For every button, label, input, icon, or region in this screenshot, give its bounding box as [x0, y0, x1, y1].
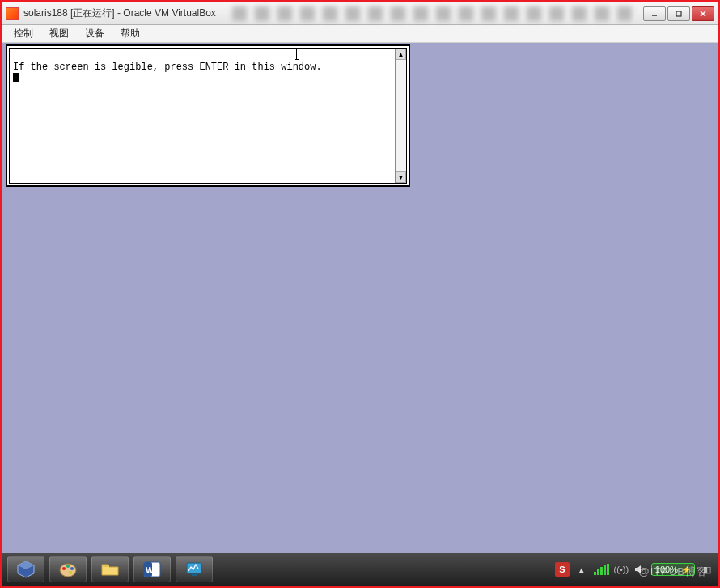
text-ibeam-cursor-icon	[296, 49, 297, 60]
taskbar-virtualbox[interactable]	[7, 556, 44, 582]
system-tray: S ▴ ((•)) 100% ⚡ ◧	[555, 562, 713, 577]
scroll-track[interactable]	[396, 60, 406, 171]
taskbar-explorer[interactable]	[91, 556, 129, 582]
menu-control[interactable]: 控制	[7, 25, 40, 42]
battery-indicator[interactable]: 100% ⚡	[651, 563, 695, 576]
tray-overflow-icon[interactable]: ◧	[701, 564, 713, 575]
menubar: 控制 视图 设备 帮助	[2, 25, 718, 43]
menu-view[interactable]: 视图	[43, 25, 75, 42]
virtualbox-app-icon	[6, 7, 19, 20]
svg-rect-11	[102, 565, 109, 567]
monitor-icon	[184, 560, 204, 579]
terminal-content[interactable]: If the screen is legible, press ENTER in…	[10, 49, 395, 183]
svg-rect-16	[192, 574, 197, 576]
folder-icon	[100, 560, 120, 579]
paint-palette-icon	[58, 560, 78, 579]
svg-point-9	[70, 567, 74, 570]
terminal-window[interactable]: If the screen is legible, press ENTER in…	[6, 44, 410, 187]
close-button[interactable]	[692, 6, 714, 21]
scroll-down-button[interactable]: ▼	[396, 171, 406, 183]
guest-desktop[interactable]: If the screen is legible, press ENTER in…	[2, 43, 718, 553]
virtualbox-icon	[16, 560, 36, 579]
tray-chevron-up-icon[interactable]: ▴	[576, 564, 587, 575]
plug-icon: ⚡	[681, 565, 691, 574]
wifi-icon[interactable]: ((•))	[616, 564, 627, 575]
menu-help[interactable]: 帮助	[114, 25, 146, 42]
svg-point-7	[62, 567, 66, 570]
battery-percent: 100%	[655, 565, 678, 574]
host-taskbar: W S ▴ ((•)) 100% ⚡ ◧ @ITPUB博客	[2, 553, 718, 586]
signal-bars-icon[interactable]	[594, 564, 609, 575]
svg-text:W: W	[146, 565, 155, 575]
titlebar-blur-region	[232, 6, 637, 21]
svg-point-8	[66, 565, 70, 568]
minimize-button[interactable]	[643, 6, 666, 21]
svg-point-10	[69, 571, 72, 574]
word-icon: W	[142, 560, 162, 579]
taskbar-word[interactable]: W	[133, 556, 171, 582]
taskbar-task-manager[interactable]	[176, 556, 213, 582]
terminal-line-1: If the screen is legible, press ENTER in…	[13, 61, 322, 73]
window-titlebar: solaris188 [正在运行] - Oracle VM VirtualBox	[2, 2, 718, 25]
svg-rect-1	[676, 11, 681, 16]
terminal-scrollbar[interactable]: ▲ ▼	[395, 49, 406, 183]
scroll-up-button[interactable]: ▲	[396, 49, 406, 60]
menu-devices[interactable]: 设备	[78, 25, 111, 42]
window-title: solaris188 [正在运行] - Oracle VM VirtualBox	[23, 6, 226, 20]
taskbar-paint[interactable]	[49, 556, 87, 582]
terminal-block-cursor	[13, 73, 19, 82]
volume-icon[interactable]	[633, 564, 645, 575]
maximize-button[interactable]	[667, 6, 690, 21]
ime-indicator[interactable]: S	[555, 562, 570, 577]
